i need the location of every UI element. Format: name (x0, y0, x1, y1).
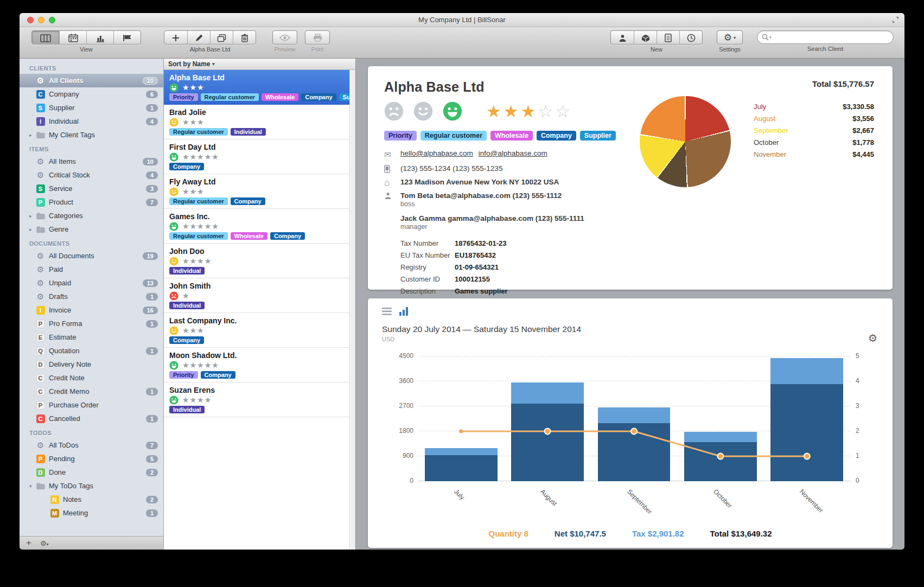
settings-button[interactable]: ⚙ ▾ (717, 30, 743, 44)
list-scrollbar-track[interactable] (349, 70, 355, 550)
sidebar-item-estimate[interactable]: EEstimate (20, 330, 163, 344)
client-row-john-smith[interactable]: John Smith★Individual (164, 278, 355, 313)
preview-button[interactable] (272, 30, 297, 44)
client-row-fly-away-ltd[interactable]: Fly Away Ltd★★★Regular customerCompany (164, 174, 355, 209)
trash-button[interactable] (233, 31, 256, 44)
new-item-box-button[interactable] (634, 31, 657, 44)
sidebar-item-supplier[interactable]: SSupplier1 (20, 101, 163, 114)
sort-header[interactable]: Sort by Name▾ (164, 59, 355, 70)
edit-pencil-button[interactable] (187, 31, 210, 44)
client-row-john-doo[interactable]: John Doo★★★★Individual (164, 244, 355, 278)
sidebar-item-individual[interactable]: IIndividual4 (20, 114, 163, 128)
sidebar-item-label: Unpaid (49, 279, 143, 287)
footer-quantity: Quantity 8 (488, 529, 528, 538)
sidebar-item-all-items[interactable]: ⚙All Items10 (20, 155, 163, 168)
chart-settings-gear-icon[interactable]: ⚙ (868, 332, 877, 344)
sidebar-item-delivery-note[interactable]: DDelivery Note (20, 358, 163, 371)
sidebar-item-label: Company (49, 90, 146, 98)
sidebar-item-pending[interactable]: PPending5 (20, 452, 163, 465)
mood-option-happy[interactable] (443, 101, 462, 121)
columns-view-button[interactable] (32, 31, 59, 44)
sidebar-item-critical-stock[interactable]: ⚙Critical Stock4 (20, 168, 163, 182)
search-input[interactable] (774, 34, 889, 41)
sidebar-item-label: My ToDo Tags (49, 482, 163, 490)
sidebar-action-gear-button[interactable]: ⚙▾ (40, 539, 49, 547)
fullscreen-icon[interactable] (892, 16, 899, 23)
new-client-person-button[interactable] (611, 31, 634, 44)
search-field[interactable]: ▾ (757, 30, 894, 44)
email-link[interactable]: hello@alphabase.com (400, 149, 473, 157)
sidebar-item-product[interactable]: PProduct7 (20, 195, 163, 209)
sidebar-item-label: All ToDos (49, 441, 146, 449)
mood-option-smile[interactable] (413, 101, 433, 121)
search-icon (762, 34, 769, 41)
list-view-icon[interactable] (382, 308, 392, 315)
mood-option-sad[interactable] (384, 101, 404, 121)
calendar-view-button[interactable] (59, 31, 86, 44)
mood-happy-icon (169, 152, 179, 162)
chart-currency: USD (382, 336, 878, 342)
sidebar-item-meeting[interactable]: MMeeting1 (20, 506, 163, 520)
chart-view-button[interactable] (86, 31, 113, 44)
disclosure-triangle-icon[interactable]: ▸ (29, 227, 36, 232)
sidebar-item-all-clients[interactable]: ⚙All Clients10 (20, 74, 163, 87)
disclosure-triangle-icon[interactable]: ▾ (29, 483, 36, 489)
client-name: Last Company Inc. (169, 316, 350, 325)
sidebar-item-purchase-order[interactable]: PPurchase Order (20, 398, 163, 412)
client-name: First Day Ltd (169, 143, 350, 151)
bar-october[interactable] (684, 432, 757, 481)
tag-view-button[interactable] (113, 31, 141, 44)
add-button[interactable] (164, 31, 187, 44)
duplicate-button[interactable] (210, 31, 233, 44)
sidebar-item-credit-note[interactable]: CCredit Note (20, 371, 163, 385)
sidebar-item-cancelled[interactable]: CCancelled1 (20, 412, 163, 425)
client-row-last-company-inc-[interactable]: Last Company Inc.★★★Company (164, 313, 355, 348)
sidebar-item-paid[interactable]: ⚙Paid (20, 263, 163, 276)
sidebar-item-service[interactable]: SService3 (20, 182, 163, 195)
sidebar-item-credit-memo[interactable]: CCredit Memo1 (20, 385, 163, 398)
client-row-brad-jolie[interactable]: Brad Jolie★★★Regular customerIndividual (164, 105, 355, 139)
field-row: Customer ID100012155 (400, 275, 632, 283)
chart-view-icon[interactable] (399, 307, 409, 316)
add-source-button[interactable]: + (26, 538, 31, 548)
sidebar-item-pro-forma[interactable]: PPro Forma1 (20, 317, 163, 330)
sidebar-item-all-todos[interactable]: ⚙All ToDos7 (20, 438, 163, 452)
new-todo-clock-button[interactable] (679, 31, 702, 44)
bar-november[interactable] (770, 358, 843, 481)
new-document-button[interactable] (657, 31, 679, 44)
sidebar-item-notes[interactable]: NNotes2 (20, 493, 163, 506)
sidebar-item-label: Quotation (49, 347, 146, 355)
email-link[interactable]: info@alphabase.com (479, 149, 547, 157)
field-row: EU Tax NumberEU18765432 (400, 251, 632, 259)
print-button[interactable] (305, 30, 330, 44)
sidebar-item-label: Cancelled (49, 414, 146, 423)
sidebar-item-my-client-tags[interactable]: ▸My Client Tags (20, 128, 163, 142)
app-window: My Company Ltd | BillSonar View Alpha Ba… (20, 13, 904, 550)
bar-september[interactable] (598, 407, 671, 481)
tag-company: Company (169, 163, 204, 170)
sidebar-item-quotation[interactable]: QQuotation1 (20, 344, 163, 358)
sidebar-item-drafts[interactable]: ⚙Drafts1 (20, 290, 163, 303)
bar-august[interactable] (511, 382, 584, 481)
client-row-suzan-erens[interactable]: Suzan Erens★★★★Individual (164, 382, 355, 417)
sidebar-section-header: DOCUMENTS (20, 236, 163, 249)
disclosure-triangle-icon[interactable]: ▸ (29, 213, 36, 219)
bar-july[interactable] (425, 448, 498, 482)
sidebar-item-invoice[interactable]: IInvoice16 (20, 303, 163, 317)
sidebar-item-done[interactable]: DDone2 (20, 465, 163, 479)
client-rating-stars[interactable]: ★★★☆☆ (486, 103, 572, 120)
sidebar-item-company[interactable]: CCompany6 (20, 87, 163, 101)
tag-priority: Priority (169, 371, 198, 379)
sidebar-item-genre[interactable]: ▸Genre (20, 222, 163, 236)
smart-group-gear-icon: ⚙ (36, 170, 45, 180)
client-row-games-inc-[interactable]: Games Inc.★★★★★Regular customerWholesale… (164, 209, 355, 244)
x-axis-label: October (712, 488, 734, 509)
client-row-alpha-base-ltd[interactable]: Alpha Base Ltd★★★PriorityRegular custome… (164, 70, 355, 105)
disclosure-triangle-icon[interactable]: ▸ (29, 132, 36, 138)
sidebar-item-categories[interactable]: ▸Categories (20, 209, 163, 222)
sidebar-item-unpaid[interactable]: ⚙Unpaid13 (20, 276, 163, 290)
sidebar-item-my-todo-tags[interactable]: ▾My ToDo Tags (20, 479, 163, 493)
sidebar-item-all-documents[interactable]: ⚙All Documents19 (20, 249, 163, 263)
client-row-moon-shadow-ltd-[interactable]: Moon Shadow Ltd.★★★★★PriorityCompany (164, 348, 355, 382)
client-row-first-day-ltd[interactable]: First Day Ltd★★★★★Company (164, 139, 355, 174)
